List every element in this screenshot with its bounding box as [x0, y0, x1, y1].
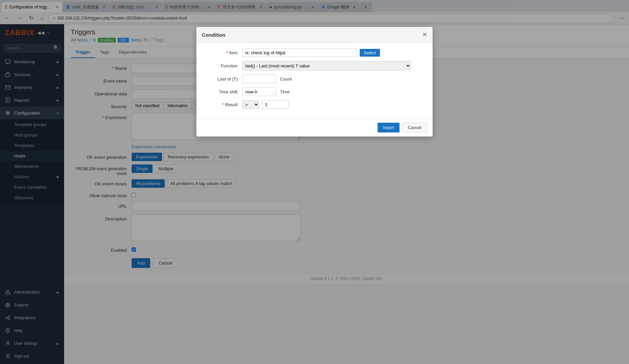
- content-wrapper: Triggers All hosts / lx Enabled ZBX Item…: [64, 24, 629, 364]
- modal-overlay: Condition ✕ * Item Select: [0, 24, 629, 364]
- modal-function-label: Function: [202, 63, 242, 68]
- modal-last-of-t-label: Last of (T): [202, 77, 242, 82]
- modal-result-row: * Result = <> < <= > >=: [202, 100, 427, 109]
- modal-close-button[interactable]: ✕: [422, 31, 427, 38]
- modal-last-of-t-control: Count: [242, 74, 427, 83]
- modal-last-of-t-input[interactable]: [242, 74, 276, 83]
- modal-cancel-button[interactable]: Cancel: [402, 123, 427, 132]
- modal-title: Condition: [202, 32, 225, 38]
- modal-body: * Item Select Function last() - Last (mo…: [196, 43, 433, 118]
- modal-function-select[interactable]: last() - Last (most recent) T valueavg()…: [242, 61, 411, 70]
- modal-last-of-t-row: Last of (T) Count: [202, 74, 427, 83]
- condition-modal: Condition ✕ * Item Select: [196, 27, 433, 136]
- modal-result-value-input[interactable]: [262, 100, 289, 109]
- modal-function-control: last() - Last (most recent) T valueavg()…: [242, 61, 427, 70]
- modal-count-label: Count: [280, 77, 292, 82]
- modal-header: Condition ✕: [196, 27, 433, 43]
- modal-item-input[interactable]: [242, 48, 357, 57]
- modal-time-label: Time: [280, 89, 290, 94]
- modal-time-shift-input[interactable]: [242, 87, 276, 96]
- modal-result-control: = <> < <= > >=: [242, 100, 427, 109]
- modal-insert-button[interactable]: Insert: [378, 123, 400, 132]
- modal-function-row: Function last() - Last (most recent) T v…: [202, 61, 427, 70]
- modal-result-operator-select[interactable]: = <> < <= > >=: [242, 100, 259, 109]
- modal-time-shift-control: Time: [242, 87, 427, 96]
- modal-item-control: Select: [242, 48, 427, 57]
- modal-time-shift-row: Time shift Time: [202, 87, 427, 96]
- modal-item-row: * Item Select: [202, 48, 427, 57]
- modal-item-label: * Item: [202, 50, 242, 55]
- app-layout: ZABBIX ◀◀ ↔ 🔍 Monitoring ▶: [0, 24, 629, 364]
- modal-footer: Insert Cancel: [196, 118, 433, 136]
- modal-result-label: * Result: [202, 102, 242, 107]
- modal-time-shift-label: Time shift: [202, 89, 242, 94]
- modal-select-button[interactable]: Select: [360, 49, 380, 57]
